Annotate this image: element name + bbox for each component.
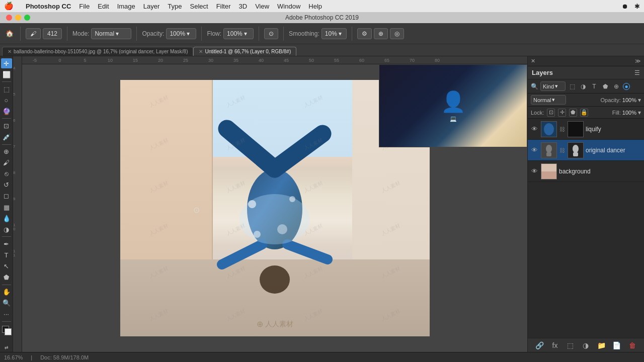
- tab-close-0[interactable]: ✕: [8, 49, 12, 54]
- pen-tool[interactable]: ✒: [1, 239, 12, 249]
- filter-smart-icon[interactable]: ⊕: [612, 82, 621, 91]
- brush-tool-icon[interactable]: 🖌: [26, 28, 41, 39]
- filter-type-icon[interactable]: T: [590, 82, 599, 91]
- path-select-tool[interactable]: ↖: [1, 261, 12, 271]
- menu-type[interactable]: Type: [168, 3, 182, 10]
- layer-row-background[interactable]: 👁 background: [528, 161, 644, 182]
- symmetry-button[interactable]: ⊕: [374, 28, 388, 39]
- layers-list: 👁 ⛓ liquify 👁 ⛓ orig: [528, 119, 644, 338]
- artboard-tool[interactable]: ⬜: [1, 69, 12, 79]
- delete-layer-button[interactable]: 🗑: [627, 340, 638, 351]
- opacity-value[interactable]: 100%: [622, 97, 636, 103]
- link-layers-button[interactable]: 🔗: [534, 340, 545, 351]
- lasso-tool[interactable]: ○: [1, 95, 12, 105]
- layer-row-original-dancer[interactable]: 👁 ⛓ original dancer: [528, 140, 644, 161]
- layers-menu-icon[interactable]: ☰: [634, 69, 640, 76]
- menu-layer[interactable]: Layer: [143, 3, 160, 10]
- fill-value[interactable]: 100%: [622, 110, 636, 116]
- close-button[interactable]: [6, 15, 12, 21]
- lock-all-btn[interactable]: 🔒: [580, 109, 588, 117]
- opacity-value: 100%: [170, 30, 185, 37]
- angle-button[interactable]: ◎: [390, 28, 404, 39]
- hand-tool[interactable]: ✋: [1, 287, 12, 297]
- foreground-color[interactable]: [1, 325, 12, 335]
- menu-view[interactable]: View: [255, 3, 269, 10]
- stamp-tool[interactable]: ⎋: [1, 169, 12, 179]
- filter-pixel-icon[interactable]: ⬚: [568, 82, 577, 91]
- lock-position-btn[interactable]: ✛: [558, 109, 566, 117]
- panel-collapse[interactable]: ≫: [635, 58, 641, 64]
- lock-artboard-btn[interactable]: ⬟: [569, 109, 577, 117]
- eraser-tool[interactable]: ◻: [1, 191, 12, 201]
- status-separator: |: [31, 354, 32, 360]
- tab-0[interactable]: ✕ ballando-ballerino-bboy-1510540.jpg @ …: [2, 47, 193, 56]
- record-icon: ⏺: [622, 3, 628, 10]
- svg-point-9: [277, 224, 287, 234]
- mode-group: Mode: Normal ▾: [72, 28, 131, 39]
- tab-close-1[interactable]: ✕: [199, 49, 203, 54]
- new-group-button[interactable]: 📁: [596, 340, 607, 351]
- type-tool[interactable]: T: [1, 250, 12, 260]
- apple-menu[interactable]: 🍎: [4, 2, 14, 11]
- menu-window[interactable]: Window: [277, 3, 300, 10]
- filter-adjust-icon[interactable]: ◑: [579, 82, 588, 91]
- crop-tool[interactable]: ⊡: [1, 121, 12, 131]
- maximize-button[interactable]: [24, 15, 30, 21]
- new-layer-button[interactable]: 📄: [611, 340, 622, 351]
- filter-kind-select[interactable]: Kind ▾: [540, 81, 566, 91]
- lock-pixel-btn[interactable]: ⊡: [547, 109, 555, 117]
- history-brush-tool[interactable]: ↺: [1, 180, 12, 190]
- menu-file[interactable]: File: [79, 3, 90, 10]
- smoothing-select[interactable]: 10% ▾: [321, 28, 347, 39]
- swap-colors[interactable]: ⇄: [5, 345, 9, 350]
- quick-select-tool[interactable]: 🔮: [1, 106, 12, 116]
- menu-edit[interactable]: Edit: [98, 3, 109, 10]
- zoom-tool[interactable]: 🔍: [1, 298, 12, 308]
- layer-visibility-background[interactable]: 👁: [530, 167, 539, 176]
- shape-tool[interactable]: ⬟: [1, 273, 12, 283]
- fill-chevron: ▾: [638, 109, 641, 116]
- brush-tool[interactable]: 🖌: [1, 158, 12, 168]
- filter-shape-icon[interactable]: ⬟: [601, 82, 610, 91]
- canvas-background[interactable]: 人人素材人人素材人人素材人人素材 人人素材人人素材人人素材人人素材 人人素材人人…: [22, 64, 527, 352]
- extra-tools-btn[interactable]: ···: [1, 309, 12, 319]
- adjustment-button[interactable]: ◑: [580, 340, 591, 351]
- layer-effects-button[interactable]: fx: [549, 340, 560, 351]
- tab-label-0: ballando-ballerino-bboy-1510540.jpg @ 16…: [14, 49, 188, 54]
- blending-mode-select[interactable]: Normal ▾: [531, 95, 566, 105]
- filter-active-toggle[interactable]: ●: [623, 83, 630, 90]
- mode-select[interactable]: Normal ▾: [91, 28, 131, 39]
- menu-filter[interactable]: Filter: [216, 3, 231, 10]
- search-icon: 🔍: [531, 83, 538, 90]
- airbrush-button[interactable]: ⊙: [264, 28, 278, 39]
- blending-mode-value: Normal: [533, 97, 551, 103]
- settings-button[interactable]: ⚙: [357, 28, 372, 39]
- flow-label: Flow:: [207, 30, 221, 37]
- minimize-button[interactable]: [15, 15, 21, 21]
- opacity-label: Opacity:: [601, 97, 621, 103]
- blur-tool[interactable]: 💧: [1, 213, 12, 223]
- toolbar-separator-1: [20, 27, 21, 41]
- gradient-tool[interactable]: ▦: [1, 202, 12, 212]
- menu-3d[interactable]: 3D: [239, 3, 248, 10]
- dancer-figure: [212, 119, 338, 305]
- home-button[interactable]: 🏠: [4, 28, 15, 39]
- marquee-tool[interactable]: ⬚: [1, 84, 12, 94]
- add-mask-button[interactable]: ⬚: [565, 340, 576, 351]
- eyedropper-tool[interactable]: 💉: [1, 132, 12, 142]
- dodge-tool[interactable]: ◑: [1, 224, 12, 234]
- brush-size-display[interactable]: 412: [43, 28, 62, 39]
- tab-1[interactable]: ✕ Untitled-1 @ 66,7% (Layer 0, RGB/8#): [193, 47, 296, 56]
- layer-visibility-liquify[interactable]: 👁: [530, 125, 539, 134]
- flow-select[interactable]: 100% ▾: [223, 28, 254, 39]
- layer-row-liquify[interactable]: 👁 ⛓ liquify: [528, 119, 644, 140]
- opacity-select[interactable]: 100% ▾: [166, 28, 196, 39]
- healing-brush-tool[interactable]: ⊕: [1, 146, 12, 156]
- move-tool[interactable]: ✛: [1, 58, 12, 68]
- canvas-area[interactable]: -5 0 5 10 15 20 25 30 35 40 45 50 55 60 …: [22, 56, 527, 352]
- menu-image[interactable]: Image: [117, 3, 135, 10]
- menu-help[interactable]: Help: [308, 3, 322, 10]
- panel-close-x[interactable]: ✕: [531, 58, 535, 64]
- menu-select[interactable]: Select: [190, 3, 208, 10]
- layer-visibility-original-dancer[interactable]: 👁: [530, 146, 539, 155]
